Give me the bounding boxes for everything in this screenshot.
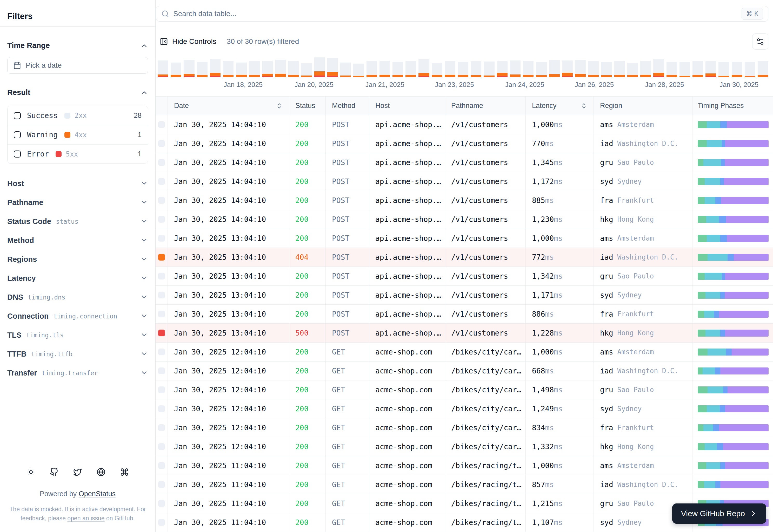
histogram-bar[interactable] [523, 61, 533, 77]
histogram-bar[interactable] [732, 62, 742, 77]
row-select-cell[interactable] [155, 286, 168, 305]
row-select-cell[interactable] [155, 418, 168, 437]
histogram-bar[interactable] [249, 61, 260, 77]
table-row[interactable]: Jan 30, 2025 11:04:10200GETacme-shop.com… [155, 456, 773, 475]
histogram-bar[interactable] [693, 61, 703, 77]
table-row[interactable]: Jan 30, 2025 12:04:10200GETacme-shop.com… [155, 380, 773, 399]
column-header-latency[interactable]: Latency [526, 97, 594, 115]
histogram-bar[interactable] [314, 57, 325, 77]
histogram-bar[interactable] [405, 61, 416, 77]
hide-controls-button[interactable]: Hide Controls [160, 37, 217, 46]
row-select-cell[interactable] [155, 380, 168, 399]
histogram-bar[interactable] [680, 62, 690, 77]
table-row[interactable]: Jan 30, 2025 13:04:10200POSTapi.acme-sho… [155, 229, 773, 248]
twitter-icon[interactable] [73, 468, 82, 476]
table-row[interactable]: Jan 30, 2025 13:04:10200POSTapi.acme-sho… [155, 305, 773, 324]
row-select-cell[interactable] [155, 115, 168, 134]
histogram-bar[interactable] [432, 63, 442, 77]
table-row[interactable]: Jan 30, 2025 14:04:10200POSTapi.acme-sho… [155, 172, 773, 191]
globe-icon[interactable] [97, 468, 105, 476]
histogram-bar[interactable] [340, 63, 351, 77]
histogram-bar[interactable] [536, 62, 546, 77]
time-range-section-toggle[interactable]: Time Range [7, 41, 148, 50]
row-select-cell[interactable] [155, 475, 168, 494]
github-icon[interactable] [50, 468, 59, 476]
sidebar-item-dns[interactable]: DNStiming.dns [7, 288, 148, 307]
row-select-cell[interactable] [155, 456, 168, 475]
histogram-bar[interactable] [758, 61, 768, 77]
row-select-cell[interactable] [155, 305, 168, 324]
histogram-bar[interactable] [379, 61, 390, 77]
open-issue-link[interactable]: open an issue [67, 515, 104, 522]
table-row[interactable]: Jan 30, 2025 12:04:10200GETacme-shop.com… [155, 362, 773, 380]
row-select-cell[interactable] [155, 437, 168, 456]
histogram-bar[interactable] [484, 62, 494, 77]
row-select-cell[interactable] [155, 362, 168, 380]
histogram-bar[interactable] [418, 59, 429, 77]
histogram-bar[interactable] [601, 62, 612, 77]
histogram-bar[interactable] [588, 61, 599, 77]
table-row[interactable]: Jan 30, 2025 11:04:10200GETacme-shop.com… [155, 475, 773, 494]
row-select-cell[interactable] [155, 172, 168, 191]
date-picker-input[interactable]: Pick a date [7, 57, 148, 74]
table-row[interactable]: Jan 30, 2025 14:04:10200POSTapi.acme-sho… [155, 210, 773, 229]
histogram-bar[interactable] [562, 60, 573, 77]
table-row[interactable]: Jan 30, 2025 13:04:10200POSTapi.acme-sho… [155, 286, 773, 305]
histogram-bar[interactable] [653, 59, 664, 77]
sidebar-item-ttfb[interactable]: TTFBtiming.ttfb [7, 345, 148, 364]
table-row[interactable]: Jan 30, 2025 13:04:10500POSTapi.acme-sho… [155, 324, 773, 343]
histogram-bar[interactable] [510, 60, 520, 77]
row-select-cell[interactable] [155, 229, 168, 248]
command-icon[interactable] [120, 468, 129, 476]
result-filter-warning[interactable]: Warning4xx1 [8, 125, 148, 144]
histogram-bar[interactable] [275, 60, 286, 77]
sidebar-item-pathname[interactable]: Pathname [7, 193, 148, 212]
table-row[interactable]: Jan 30, 2025 14:04:10200POSTapi.acme-sho… [155, 115, 773, 134]
table-row[interactable]: Jan 30, 2025 14:04:10200POSTapi.acme-sho… [155, 134, 773, 153]
sidebar-item-status-code[interactable]: Status Codestatus [7, 212, 148, 231]
histogram-bar[interactable] [471, 61, 481, 77]
row-select-cell[interactable] [155, 494, 168, 513]
histogram-bar[interactable] [367, 61, 377, 77]
row-select-cell[interactable] [155, 153, 168, 172]
histogram-bar[interactable] [392, 62, 403, 77]
result-section-toggle[interactable]: Result [7, 88, 148, 97]
table-row[interactable]: Jan 30, 2025 12:04:10200GETacme-shop.com… [155, 399, 773, 418]
histogram-bar[interactable] [640, 61, 651, 77]
sidebar-item-connection[interactable]: Connectiontiming.connection [7, 307, 148, 326]
table-row[interactable]: Jan 30, 2025 13:04:10404POSTapi.acme-sho… [155, 248, 773, 267]
sun-icon[interactable] [26, 468, 35, 476]
table-row[interactable]: Jan 30, 2025 12:04:10200GETacme-shop.com… [155, 343, 773, 362]
table-row[interactable]: Jan 30, 2025 12:04:10200GETacme-shop.com… [155, 418, 773, 437]
checkbox[interactable] [14, 151, 21, 158]
sidebar-item-regions[interactable]: Regions [7, 250, 148, 269]
row-select-cell[interactable] [155, 191, 168, 210]
checkbox[interactable] [14, 131, 21, 138]
column-header-date[interactable]: Date [168, 97, 289, 115]
histogram-bar[interactable] [158, 60, 168, 77]
sidebar-item-latency[interactable]: Latency [7, 269, 148, 288]
histogram-bar[interactable] [458, 62, 468, 77]
histogram-bar[interactable] [549, 60, 560, 77]
result-filter-success[interactable]: Success2xx28 [8, 106, 148, 125]
view-github-repo-button[interactable]: View GitHub Repo [672, 503, 766, 524]
table-row[interactable]: Jan 30, 2025 12:04:10200GETacme-shop.com… [155, 437, 773, 456]
sidebar-item-method[interactable]: Method [7, 231, 148, 250]
histogram-bar[interactable] [627, 63, 638, 77]
result-filter-error[interactable]: Error5xx1 [8, 144, 148, 163]
histogram-bar[interactable] [445, 61, 455, 77]
openstatus-link[interactable]: OpenStatus [79, 490, 116, 498]
histogram-bar[interactable] [719, 62, 729, 77]
histogram-bar[interactable] [171, 63, 181, 77]
histogram-bar[interactable] [353, 64, 364, 77]
histogram-bar[interactable] [262, 61, 273, 77]
histogram-bar[interactable] [183, 60, 194, 77]
row-select-cell[interactable] [155, 324, 168, 343]
sidebar-item-tls[interactable]: TLStiming.tls [7, 326, 148, 345]
histogram-bar[interactable] [288, 61, 299, 77]
search-input[interactable] [173, 10, 742, 18]
row-select-cell[interactable] [155, 267, 168, 286]
view-options-button[interactable] [752, 33, 768, 50]
sidebar-item-host[interactable]: Host [7, 174, 148, 193]
histogram-bar[interactable] [327, 58, 338, 77]
